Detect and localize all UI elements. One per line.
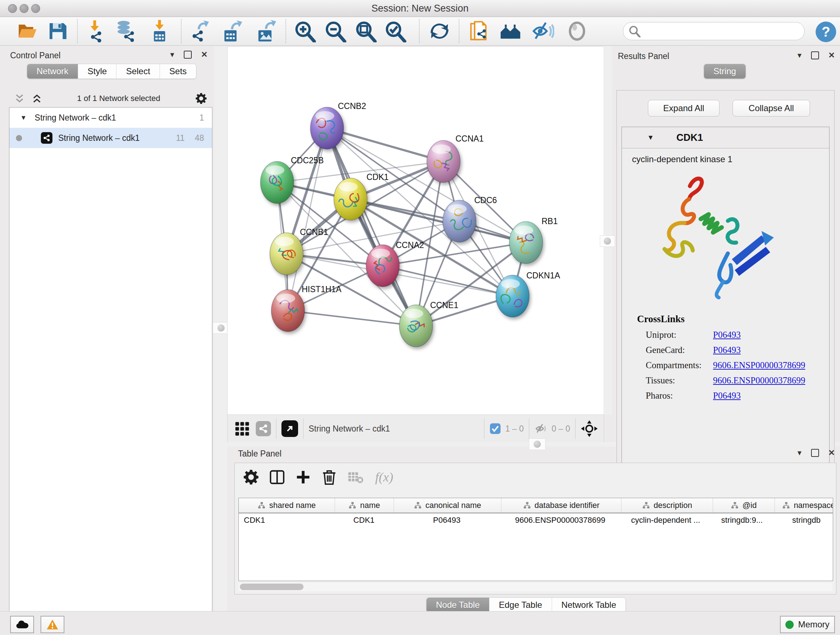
open-in-window-icon[interactable] [281,420,298,437]
column-header-database-identifier[interactable]: database identifier [501,498,622,513]
tab-sets[interactable]: Sets [160,64,196,79]
network-node-ccnb2[interactable] [310,107,344,149]
save-session-icon[interactable] [46,20,69,42]
cloud-button[interactable] [10,616,34,633]
network-node-ccne1[interactable] [399,305,433,347]
network-node-cdc25b[interactable] [261,162,294,203]
network-node-hist1h1a[interactable] [271,290,305,332]
show-hide-graphics-icon[interactable] [532,20,554,42]
add-column-icon[interactable] [295,469,311,486]
network-node-ccna1[interactable] [427,141,460,182]
column-header-name[interactable]: name [335,498,394,513]
selected-checkbox-icon[interactable] [489,423,501,434]
panel-close-icon[interactable]: ✕ [829,449,835,457]
column-header-canonical-name[interactable]: canonical name [394,498,501,513]
network-collection-row[interactable]: ▼ String Network – cdk1 1 [9,108,212,128]
network-canvas[interactable]: CCNB2CCNA1CDC25BCDK1CDC6RB1CCNB1CCNA2CDK… [227,46,604,415]
import-table-icon[interactable] [148,20,171,42]
panel-float-icon[interactable] [184,51,192,59]
tab-string[interactable]: String [704,64,745,79]
clear-table-icon[interactable] [347,469,363,486]
crosslink-link[interactable]: 9606.ENSP00000378699 [713,375,805,386]
table-cell[interactable]: P06493 [393,516,500,525]
column-header-shared-name[interactable]: shared name [239,498,335,513]
scrollbar-thumb[interactable] [240,584,303,590]
network-node-ccnb1[interactable] [270,233,303,275]
function-builder-button[interactable]: f(x) [375,470,393,485]
column-header-description[interactable]: description [622,498,713,513]
zoom-out-icon[interactable] [324,20,347,42]
tab-edge-table[interactable]: Edge Table [489,598,552,612]
panel-collapse-icon[interactable]: ▾ [798,449,802,457]
crosslink-link[interactable]: P06493 [713,345,741,355]
panel-collapse-icon[interactable]: ▾ [798,51,802,59]
grid-view-icon[interactable] [234,421,250,437]
import-network-file-icon[interactable] [84,20,106,42]
table-cell[interactable]: CDK1 [335,516,393,525]
collapse-all-icon[interactable] [14,93,25,104]
table-options-gear-icon[interactable] [243,469,259,486]
vertical-splitter-right[interactable] [603,46,612,415]
warnings-button[interactable] [41,616,65,633]
panel-collapse-icon[interactable]: ▾ [171,51,174,59]
network-node-cdk1[interactable] [334,178,367,220]
gene-section-header[interactable]: ▼ CDK1 [622,127,829,149]
memory-button[interactable]: Memory [780,616,835,633]
tab-network-table[interactable]: Network Table [552,598,626,612]
table-row[interactable]: CDK1CDK1P064939606.ENSP00000378699cyclin… [239,513,833,527]
table-cell[interactable]: stringdb [773,516,833,525]
splitter-handle-icon[interactable] [218,325,225,332]
network-node-cdc6[interactable] [443,200,476,242]
network-node-rb1[interactable] [509,222,543,264]
panel-float-icon[interactable] [811,449,819,457]
crosslink-link[interactable]: P06493 [713,391,741,401]
expand-all-icon[interactable] [32,93,42,104]
crosslink-link[interactable]: P06493 [713,330,741,340]
table-cell[interactable]: stringdb:9... [711,516,773,525]
network-share-icon[interactable] [256,421,271,436]
network-row-selected[interactable]: String Network – cdk1 11 48 [9,128,212,148]
tab-network[interactable]: Network [27,64,78,79]
tab-style[interactable]: Style [78,64,117,79]
zoom-in-icon[interactable] [294,20,316,42]
expand-all-button[interactable]: Expand All [648,100,720,117]
splitter-handle-icon[interactable] [604,238,611,245]
show-columns-icon[interactable] [269,469,286,486]
tab-select[interactable]: Select [117,64,160,79]
panel-float-icon[interactable] [811,51,819,59]
vertical-splitter-left[interactable] [214,46,227,611]
zoom-selected-icon[interactable] [384,20,407,42]
collection-expander-icon[interactable]: ▼ [20,114,27,122]
table-cell[interactable]: 9606.ENSP00000378699 [500,516,620,525]
help-icon[interactable]: ? [815,21,837,43]
share-document-icon[interactable] [468,20,491,42]
column-header--id[interactable]: @id [713,498,775,513]
export-network-icon[interactable] [187,20,210,42]
string-home-icon[interactable] [499,20,522,42]
network-node-cdkn1a[interactable] [496,275,529,317]
delete-column-icon[interactable] [321,469,338,486]
hidden-eye-icon[interactable] [534,423,548,435]
column-header-namespace[interactable]: namespace [775,498,833,513]
table-h-scrollbar[interactable] [238,583,832,591]
crosslinks-list: Uniprot:P06493GeneCard:P06493Compartment… [622,330,829,401]
gene-expander-icon[interactable]: ▼ [647,134,654,141]
birdseye-crosshair-icon[interactable] [581,420,598,437]
table-cell[interactable]: CDK1 [239,516,335,525]
network-node-ccna2[interactable] [366,245,399,287]
birdseye-icon[interactable] [566,20,588,42]
tab-node-table[interactable]: Node Table [426,598,489,612]
export-image-icon[interactable] [255,20,277,42]
collapse-all-button[interactable]: Collapse All [733,100,810,117]
refresh-layout-icon[interactable] [428,20,451,42]
table-cell[interactable]: cyclin-dependent ... [620,516,711,525]
network-options-gear-icon[interactable] [195,92,207,105]
open-session-icon[interactable] [16,20,38,42]
panel-close-icon[interactable]: ✕ [829,51,835,59]
panel-close-icon[interactable]: ✕ [201,51,208,59]
export-table-icon[interactable] [221,20,243,42]
crosslink-link[interactable]: 9606.ENSP00000378699 [713,360,805,371]
zoom-fit-icon[interactable] [355,20,377,42]
import-network-database-icon[interactable] [114,20,137,42]
search-input[interactable] [644,24,797,38]
